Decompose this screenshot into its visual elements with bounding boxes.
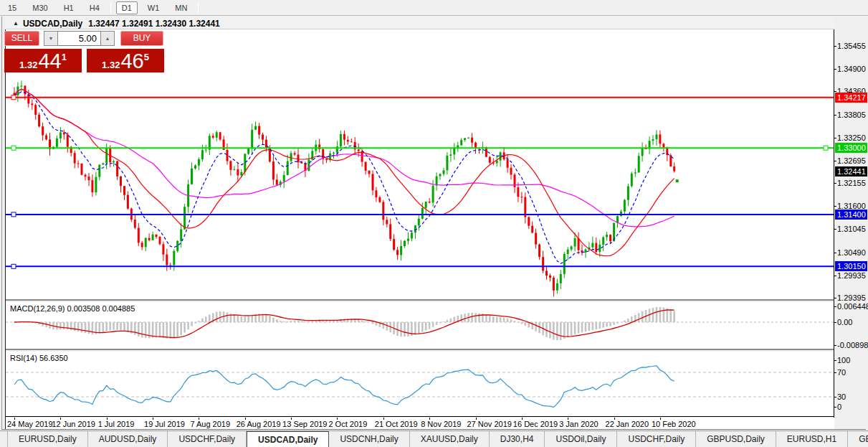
rsi-label: RSI(14) 56.6350 (10, 354, 68, 362)
time-axis-date-label: 24 May 2019 (7, 420, 53, 428)
timeframe-button-h1[interactable]: H1 (58, 1, 80, 14)
price-axis-tick-label: 1.29935 (837, 270, 866, 281)
axis-tick-mark (834, 372, 836, 373)
axis-tick-mark (834, 345, 836, 346)
time-axis-date-label: 1 Jul 2019 (98, 420, 135, 428)
tab-dj30-h4[interactable]: DJ30,H4 (490, 431, 545, 447)
timeframe-button-m30[interactable]: M30 (27, 1, 53, 14)
chart-tab-bar: EURUSD,DailyAUDUSD,DailyUSDCHF,DailyUSDC… (0, 430, 868, 447)
timeframe-toolbar: 15M30H1H4D1W1MN (0, 0, 868, 16)
axis-tick-mark (834, 253, 836, 253)
tab-eurusd-h1[interactable]: EURUSD,H1 (776, 431, 848, 447)
sell-button[interactable]: SELL (4, 31, 39, 46)
chart-title-ohlc: 1.32447 1.32491 1.32430 1.32441 (88, 19, 220, 29)
time-axis-date-label: 27 Nov 2019 (467, 420, 512, 428)
axis-tick-mark (834, 397, 836, 397)
price-axis-tick-label: 1.32155 (837, 178, 866, 188)
timeframe-button-15[interactable]: 15 (2, 1, 22, 14)
price-axis-tick-label: 1.33250 (837, 133, 866, 143)
tab-usdcad-daily[interactable]: USDCAD,Daily (247, 431, 329, 447)
rsi-axis-tick-label: 0 (837, 402, 841, 412)
time-axis-date-label: 21 Oct 2019 (375, 420, 418, 428)
chart-frame-left (1, 17, 2, 430)
axis-tick-mark (834, 407, 836, 408)
rsi-indicator-pane[interactable]: RSI(14) 56.6350 (6, 352, 834, 417)
axis-tick-mark (834, 115, 836, 116)
axis-tick-mark (834, 306, 836, 307)
buy-price-big: 46 (120, 52, 143, 71)
buy-price-display[interactable]: 1.32 46 5 (87, 49, 164, 72)
tab-gbpusd-daily[interactable]: GBPUSD,Daily (696, 431, 776, 447)
buy-button[interactable]: BUY (120, 31, 163, 46)
hline-price-label: 1.31400 (835, 210, 867, 220)
timeframe-button-d1[interactable]: D1 (116, 1, 138, 14)
macd-axis-tick-label: 0.00 (837, 317, 852, 327)
time-axis-date-label: 10 Feb 2020 (652, 420, 696, 428)
volume-decrease-button[interactable]: ▼ (44, 31, 58, 46)
hline-price-label: 1.30150 (835, 261, 867, 271)
macd-axis-tick-label: 0.006448 (837, 301, 868, 311)
time-axis-date-label: 2 Oct 2019 (328, 420, 367, 428)
price-axis-tick-label: 1.31045 (837, 224, 866, 234)
axis-tick-mark (834, 360, 836, 361)
price-axis-tick-label: 1.32695 (837, 156, 866, 166)
buy-price-prefix: 1.32 (102, 59, 120, 71)
time-axis-date-label: 8 Nov 2019 (421, 420, 461, 428)
rsi-canvas[interactable] (6, 352, 834, 416)
terminal-window: 15M30H1H4D1W1MN ▲ USDCAD,Daily 1.32447 1… (0, 0, 868, 447)
sell-price-pip: 1 (62, 52, 67, 62)
tab-usdchf-daily[interactable]: USDCHF,Daily (617, 431, 696, 447)
sell-price-big: 44 (38, 52, 61, 71)
sell-price-display[interactable]: 1.32 44 1 (4, 49, 82, 72)
rsi-axis-tick-label: 70 (837, 367, 846, 377)
price-axis-tick-label: 1.34900 (837, 64, 866, 74)
volume-input[interactable] (58, 31, 100, 46)
one-click-trading-panel: SELL ▼ ▲ BUY 1.32 44 1 1.32 46 5 (4, 31, 164, 72)
tab-gbpaud-h1[interactable]: GBPAUD,H1 (848, 431, 868, 447)
hline-price-label: 1.33000 (835, 143, 867, 153)
timeframe-button-w1[interactable]: W1 (142, 1, 166, 14)
axis-tick-mark (834, 298, 836, 298)
axis-tick-mark (834, 322, 836, 323)
time-axis-date-label: 26 Aug 2019 (237, 420, 281, 428)
chart-title-symbol: USDCAD,Daily (23, 19, 82, 29)
axis-tick-mark (834, 46, 836, 47)
axis-tick-mark (834, 206, 836, 207)
tab-usdchf-daily[interactable]: USDCHF,Daily (168, 431, 247, 447)
price-axis-tick-label: 1.33805 (837, 110, 866, 120)
collapse-chart-icon[interactable]: ▲ (13, 20, 19, 27)
axis-tick-mark (834, 161, 836, 161)
price-axis: 1.354551.349001.343601.338051.332501.326… (834, 29, 868, 429)
sell-price-prefix: 1.32 (19, 59, 37, 71)
price-axis-tick-label: 1.30490 (837, 248, 866, 258)
chart-title-bar: ▲ USDCAD,Daily 1.32447 1.32491 1.32430 1… (6, 18, 834, 29)
axis-tick-mark (834, 276, 836, 276)
toolbar-separator (198, 2, 199, 14)
chart-frame-bottom (1, 429, 866, 430)
tab-usdoil-daily[interactable]: USDOil,Daily (545, 431, 617, 447)
time-axis-date-label: 19 Jul 2019 (144, 420, 185, 428)
time-axis-date-label: 12 Jun 2019 (52, 420, 95, 428)
time-axis: 24 May 201912 Jun 20191 Jul 201919 Jul 2… (6, 418, 834, 429)
timeframe-button-h4[interactable]: H4 (84, 1, 105, 14)
toolbar-separator (110, 2, 111, 14)
rsi-axis-tick-label: 30 (837, 392, 846, 402)
volume-increase-button[interactable]: ▲ (100, 31, 115, 46)
tab-xauusd-daily[interactable]: XAUUSD,Daily (410, 431, 490, 447)
timeframe-button-mn[interactable]: MN (169, 1, 193, 14)
price-axis-tick-label: 1.35455 (837, 41, 866, 51)
tab-usdcnh-daily[interactable]: USDCNH,Daily (329, 431, 409, 447)
axis-tick-mark (834, 69, 836, 70)
tab-audusd-daily[interactable]: AUDUSD,Daily (88, 431, 168, 447)
axis-tick-mark (834, 183, 836, 184)
buy-price-pip: 5 (144, 52, 149, 62)
macd-axis-tick-label: -0.008982 (837, 340, 868, 350)
macd-label: MACD(12,26,9) 0.003508 0.004885 (10, 304, 135, 313)
tab-eurusd-daily[interactable]: EURUSD,Daily (7, 431, 88, 447)
axis-tick-mark (834, 229, 836, 230)
time-axis-date-label: 22 Jan 2020 (606, 420, 649, 428)
time-axis-date-label: 13 Sep 2019 (282, 420, 327, 428)
rsi-axis-tick-label: 100 (837, 355, 850, 365)
time-axis-date-label: 16 Dec 2019 (513, 420, 558, 428)
macd-indicator-pane[interactable]: MACD(12,26,9) 0.003508 0.004885 (6, 302, 834, 350)
